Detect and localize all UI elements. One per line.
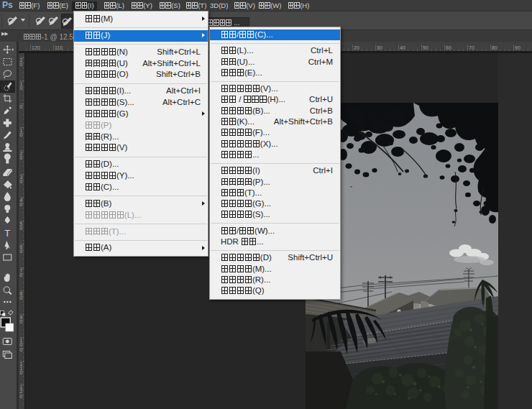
svg-text:T: T [4, 228, 10, 239]
